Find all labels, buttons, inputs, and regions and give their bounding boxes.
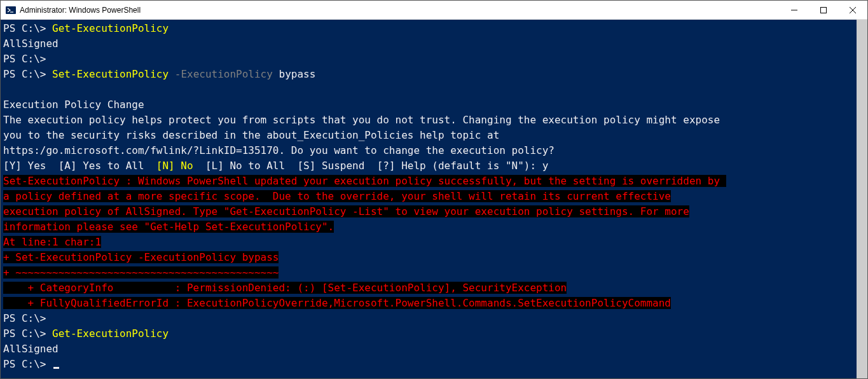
prompt: PS C:\> (3, 53, 46, 65)
error-line: a policy defined at a more specific scop… (3, 190, 671, 202)
command: Get-ExecutionPolicy (52, 327, 169, 340)
prompt: PS C:\> (3, 22, 46, 34)
output-line: you to the security risks described in t… (3, 128, 854, 143)
output-line: https:/go.microsoft.com/fwlink/?LinkID=1… (3, 143, 854, 158)
powershell-icon (6, 5, 16, 15)
window-title: Administrator: Windows PowerShell (20, 6, 141, 15)
prompt: PS C:\> (3, 68, 46, 80)
vertical-scrollbar[interactable] (857, 20, 867, 378)
output-line: AllSigned (3, 36, 854, 52)
prompt: PS C:\> (3, 358, 46, 370)
error-line: + ~~~~~~~~~~~~~~~~~~~~~~~~~~~~~~~~~~~~~~… (3, 266, 279, 279)
error-line: At line:1 char:1 (3, 236, 101, 248)
output-line: AllSigned (3, 341, 854, 357)
error-line: Set-ExecutionPolicy : Windows PowerShell… (3, 175, 726, 187)
prompt: PS C:\> (3, 327, 46, 340)
scrollbar-thumb[interactable] (857, 20, 867, 378)
prompt: PS C:\> (3, 312, 46, 324)
maximize-button[interactable] (809, 1, 838, 20)
choice: [?] Help (default is "N"): y (377, 160, 549, 172)
content-area: PS C:\> Get-ExecutionPolicyAllSignedPS C… (1, 20, 867, 378)
output-header: Execution Policy Change (3, 97, 854, 113)
choice: [Y] Yes (3, 160, 46, 172)
command: Set-ExecutionPolicy (52, 68, 169, 80)
error-line: + FullyQualifiedErrorId : ExecutionPolic… (3, 297, 671, 309)
output-line: The execution policy helps protect you f… (3, 113, 854, 128)
error-line: + CategoryInfo : PermissionDenied: (:) [… (3, 282, 567, 294)
svg-rect-3 (821, 7, 827, 13)
choice: [S] Suspend (297, 160, 364, 172)
parameter: -ExecutionPolicy (175, 68, 273, 80)
argument: bypass (279, 68, 316, 80)
titlebar[interactable]: Administrator: Windows PowerShell (1, 1, 867, 20)
choice: [A] Yes to All (59, 160, 144, 172)
error-line: + Set-ExecutionPolicy -ExecutionPolicy b… (3, 251, 279, 263)
close-button[interactable] (838, 1, 867, 20)
minimize-button[interactable] (780, 1, 809, 20)
choice-default: [N] No (156, 160, 193, 172)
cursor (53, 367, 59, 369)
error-line: information please see "Get-Help Set-Exe… (3, 221, 334, 233)
terminal-output[interactable]: PS C:\> Get-ExecutionPolicyAllSignedPS C… (1, 20, 857, 378)
powershell-window: Administrator: Windows PowerShell PS C:\… (0, 0, 868, 379)
command: Get-ExecutionPolicy (52, 22, 169, 34)
choice: [L] No to All (205, 160, 285, 172)
error-line: execution policy of AllSigned. Type "Get… (3, 205, 689, 217)
